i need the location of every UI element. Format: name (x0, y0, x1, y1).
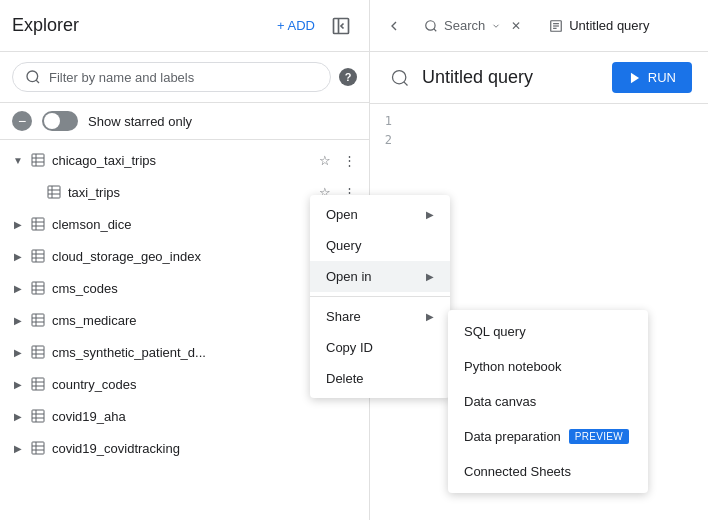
add-button[interactable]: + ADD (267, 12, 325, 39)
explorer-panel: Explorer + ADD ? − Show starred only (0, 0, 370, 520)
menu-item-delete[interactable]: Delete (310, 363, 450, 394)
svg-line-45 (434, 28, 437, 31)
explorer-header: Explorer + ADD (0, 0, 369, 52)
tab-search[interactable]: Search ✕ (414, 11, 535, 41)
item-name: cloud_storage_geo_index (52, 249, 313, 264)
svg-line-3 (36, 80, 39, 83)
chevron-right-icon: ▶ (8, 278, 28, 298)
filter-input-wrap[interactable] (12, 62, 331, 92)
filter-input[interactable] (49, 70, 318, 85)
line-number: 1 (378, 112, 392, 131)
close-tab-button[interactable]: ✕ (507, 17, 525, 35)
submenu-label: Data preparation (464, 429, 561, 444)
svg-point-44 (426, 20, 435, 29)
chevron-right-icon: ▶ (8, 374, 28, 394)
svg-marker-52 (631, 72, 639, 83)
table-icon (28, 374, 48, 394)
arrow-icon: ▶ (426, 209, 434, 220)
search-row: ? (0, 52, 369, 103)
item-name: cms_synthetic_patient_d... (52, 345, 313, 360)
tree-item[interactable]: ▼ chicago_taxi_trips ☆ ⋮ (0, 144, 369, 176)
submenu-item-data-canvas[interactable]: Data canvas (448, 384, 648, 419)
item-name: covid19_covidtracking (52, 441, 313, 456)
query-icon (549, 19, 563, 33)
item-name: country_codes (52, 377, 313, 392)
preview-badge: PREVIEW (569, 429, 629, 444)
svg-rect-32 (32, 378, 44, 390)
chevron-right-icon: ▶ (8, 438, 28, 458)
explorer-title: Explorer (12, 15, 267, 36)
chevron-right-icon: ▶ (8, 214, 28, 234)
help-icon[interactable]: ? (339, 68, 357, 86)
chevron-right-icon: ▶ (8, 406, 28, 426)
menu-item-share[interactable]: Share ▶ (310, 301, 450, 332)
item-name: chicago_taxi_trips (52, 153, 313, 168)
table-icon (44, 182, 64, 202)
back-button[interactable] (378, 10, 410, 42)
editor-title: Untitled query (422, 67, 612, 88)
menu-label: Open in (326, 269, 372, 284)
menu-label: Delete (326, 371, 364, 386)
svg-rect-28 (32, 346, 44, 358)
item-name: cms_codes (52, 281, 313, 296)
context-menu: Open ▶ Query Open in ▶ Share ▶ Copy ID D… (310, 195, 450, 398)
line-number: 2 (378, 131, 392, 150)
svg-rect-40 (32, 442, 44, 454)
table-icon (28, 406, 48, 426)
menu-item-copy-id[interactable]: Copy ID (310, 332, 450, 363)
submenu-item-connected-sheets[interactable]: Connected Sheets (448, 454, 648, 489)
svg-rect-20 (32, 282, 44, 294)
arrow-icon: ▶ (426, 271, 434, 282)
menu-divider (310, 296, 450, 297)
run-button[interactable]: RUN (612, 62, 692, 93)
svg-rect-4 (32, 154, 44, 166)
arrow-icon: ▶ (426, 311, 434, 322)
chevron-down-icon: ▼ (8, 150, 28, 170)
svg-rect-8 (48, 186, 60, 198)
menu-label: Open (326, 207, 358, 222)
chevron-right-icon: ▶ (8, 246, 28, 266)
submenu-item-sql-query[interactable]: SQL query (448, 314, 648, 349)
tab-untitled-query[interactable]: Untitled query (539, 12, 659, 39)
tab-untitled-label: Untitled query (569, 18, 649, 33)
tree-item[interactable]: ▶ covid19_aha ☆ ⋮ (0, 400, 369, 432)
menu-item-open-in[interactable]: Open in ▶ (310, 261, 450, 292)
tree-item[interactable]: ▶ covid19_covidtracking ☆ ⋮ (0, 432, 369, 464)
starred-toggle[interactable] (42, 111, 78, 131)
item-name: cms_medicare (52, 313, 313, 328)
open-in-submenu: SQL query Python notebook Data canvas Da… (448, 310, 648, 493)
more-button[interactable]: ⋮ (337, 148, 361, 172)
editor-title-bar: Untitled query RUN (370, 52, 708, 104)
tabs-header: Search ✕ Untitled query (370, 0, 708, 52)
svg-rect-36 (32, 410, 44, 422)
svg-line-51 (404, 81, 408, 85)
tab-search-label: Search (444, 18, 485, 33)
svg-point-50 (393, 70, 406, 83)
item-name: clemson_dice (52, 217, 313, 232)
minus-icon: − (12, 111, 32, 131)
menu-label: Share (326, 309, 361, 324)
star-button[interactable]: ☆ (313, 148, 337, 172)
table-icon (28, 342, 48, 362)
item-name: taxi_trips (68, 185, 313, 200)
svg-rect-12 (32, 218, 44, 230)
search-icon (424, 19, 438, 33)
collapse-panel-button[interactable] (325, 10, 357, 42)
chevron-down-icon (491, 21, 501, 31)
table-icon (28, 310, 48, 330)
menu-item-query[interactable]: Query (310, 230, 450, 261)
table-icon (28, 278, 48, 298)
play-icon (628, 71, 642, 85)
submenu-label: Connected Sheets (464, 464, 571, 479)
menu-label: Query (326, 238, 361, 253)
svg-rect-24 (32, 314, 44, 326)
submenu-label: Python notebook (464, 359, 562, 374)
svg-point-2 (27, 71, 38, 82)
table-icon (28, 214, 48, 234)
submenu-item-python-notebook[interactable]: Python notebook (448, 349, 648, 384)
submenu-item-data-preparation[interactable]: Data preparation PREVIEW (448, 419, 648, 454)
table-icon (28, 438, 48, 458)
run-label: RUN (648, 70, 676, 85)
search-icon (25, 69, 41, 85)
menu-item-open[interactable]: Open ▶ (310, 199, 450, 230)
